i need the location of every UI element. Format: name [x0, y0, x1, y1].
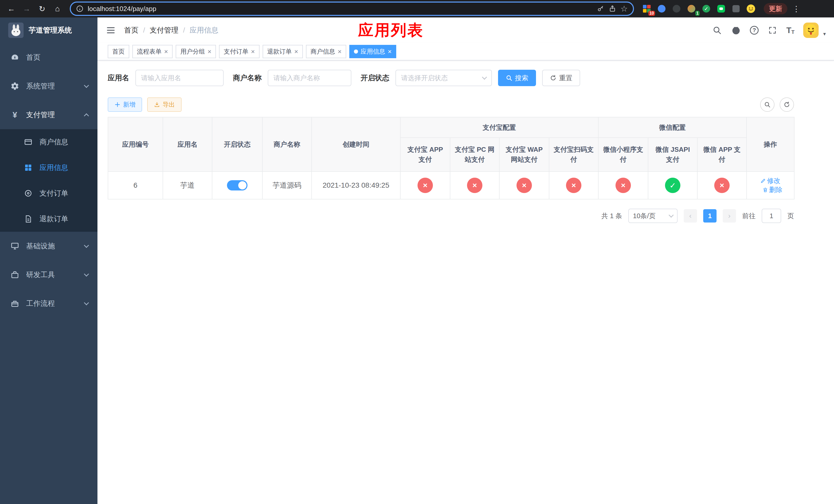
sidebar-item-label: 系统管理: [26, 81, 55, 91]
browser-menu-icon[interactable]: ⋮: [792, 4, 800, 13]
chevron-down-icon: [84, 243, 89, 248]
user-avatar[interactable]: [803, 23, 819, 38]
tab-close-icon[interactable]: ×: [338, 48, 342, 55]
sidebar-item-merchant-info[interactable]: 商户信息: [0, 129, 97, 155]
password-key-icon[interactable]: [597, 5, 605, 13]
monitor-icon: [10, 242, 20, 251]
edit-link[interactable]: 修改: [761, 176, 781, 185]
extension-avatar-icon[interactable]: 1: [687, 4, 696, 13]
extension-puzzle-icon[interactable]: [731, 4, 741, 13]
filter-form: 应用名 商户名称 开启状态 请选择开启状态 搜索 重置: [97, 61, 834, 86]
tab-close-icon[interactable]: ×: [294, 48, 298, 55]
app-table: 应用编号 应用名 开启状态 商户名称 创建时间 支付宝配置 微信配置 操作 支付…: [108, 117, 794, 200]
tab-home[interactable]: 首页: [108, 45, 129, 58]
sidebar-item-home[interactable]: 首页: [0, 43, 97, 72]
page-size-select[interactable]: 10条/页: [628, 209, 678, 223]
tab-merchant-info[interactable]: 商户信息 ×: [306, 45, 346, 58]
tab-user-group[interactable]: 用户分组 ×: [176, 45, 216, 58]
status-toggle[interactable]: [227, 180, 247, 190]
refresh-icon: [784, 101, 790, 108]
credit-card-icon: [24, 137, 33, 147]
home-icon[interactable]: ⌂: [50, 2, 65, 16]
chevron-down-icon: [84, 272, 89, 277]
search-button[interactable]: 搜索: [498, 70, 536, 86]
check-glyph: ✓: [702, 5, 710, 13]
breadcrumb: 首页 / 支付管理 / 应用信息: [124, 25, 219, 35]
tab-close-icon[interactable]: ×: [207, 48, 211, 55]
sidebar-item-infrastructure[interactable]: 基础设施: [0, 232, 97, 260]
current-page-button[interactable]: 1: [703, 209, 717, 223]
status-select[interactable]: 请选择开启状态: [395, 70, 492, 86]
reset-button[interactable]: 重置: [542, 70, 580, 86]
sidebar-item-devtools[interactable]: 研发工具: [0, 260, 97, 289]
yen-icon: ¥: [10, 110, 20, 119]
sidebar-item-pay-order[interactable]: 支付订单: [0, 181, 97, 206]
github-icon[interactable]: [731, 25, 741, 36]
data-table-wrap: 应用编号 应用名 开启状态 商户名称 创建时间 支付宝配置 微信配置 操作 支付…: [97, 112, 834, 200]
app-name-input[interactable]: [135, 70, 224, 86]
avatar-caret-icon[interactable]: ▾: [823, 31, 826, 37]
forward-icon[interactable]: →: [20, 2, 34, 16]
tab-label: 用户分组: [180, 47, 205, 55]
extension-check-icon[interactable]: ✓: [702, 4, 711, 13]
extensions-grid-icon[interactable]: 10: [642, 4, 652, 13]
tab-close-icon[interactable]: ×: [251, 48, 255, 55]
tab-app-info[interactable]: 应用信息 ×: [349, 45, 396, 58]
cell-wx-jsapi: ✓: [648, 171, 697, 199]
pagination: 共 1 条 10条/页 ‹ 1 › 前往 页: [97, 200, 804, 223]
sidebar-item-app-info[interactable]: 应用信息: [0, 155, 97, 181]
breadcrumb-pay[interactable]: 支付管理: [150, 25, 178, 35]
sidebar-toggle-icon[interactable]: [106, 25, 116, 36]
sidebar-item-workflow[interactable]: 工作流程: [0, 289, 97, 318]
goto-page-input[interactable]: [762, 209, 781, 223]
url-bar[interactable]: localhost:1024/pay/app ☆: [70, 2, 634, 16]
tab-pay-order[interactable]: 支付订单 ×: [219, 45, 259, 58]
cell-alipay-app: ×: [400, 171, 450, 199]
bookmark-star-icon[interactable]: ☆: [620, 4, 628, 14]
back-icon[interactable]: ←: [4, 2, 19, 16]
browser-update-button[interactable]: 更新: [764, 3, 787, 14]
site-info-icon[interactable]: [76, 5, 84, 13]
share-icon[interactable]: [609, 5, 616, 13]
tab-close-icon[interactable]: ×: [388, 48, 392, 55]
sidebar-logo[interactable]: 芋道管理系统: [0, 18, 97, 43]
page-size-value: 10条/页: [633, 211, 656, 221]
pencil-icon: [761, 178, 766, 184]
sidebar-item-refund-order[interactable]: 退款订单: [0, 206, 97, 232]
search-icon[interactable]: [712, 25, 722, 36]
disabled-icon: ×: [418, 178, 433, 193]
delete-link[interactable]: 删除: [763, 185, 783, 194]
reload-icon[interactable]: ↻: [35, 2, 49, 16]
avatar-glyph: [687, 5, 695, 13]
sidebar-item-label: 首页: [26, 52, 41, 62]
pagination-total: 共 1 条: [601, 211, 622, 221]
main-panel: 首页 / 支付管理 / 应用信息 应用列表 ?: [97, 18, 834, 504]
col-status: 开启状态: [212, 117, 262, 171]
next-page-button[interactable]: ›: [723, 209, 736, 223]
help-icon[interactable]: ?: [750, 26, 759, 35]
refresh-table-button[interactable]: [780, 97, 794, 112]
profile-avatar-icon[interactable]: [746, 4, 755, 13]
extension-drop-icon[interactable]: [657, 4, 666, 13]
cell-alipay-pc: ×: [450, 171, 499, 199]
tab-process-form[interactable]: 流程表单 ×: [132, 45, 173, 58]
extension-chat-icon[interactable]: [717, 4, 726, 13]
tab-refund-order[interactable]: 退款订单 ×: [263, 45, 303, 58]
extension-dark-icon[interactable]: [672, 4, 681, 13]
table-toolbar: 新增 导出: [97, 86, 804, 112]
add-button[interactable]: 新增: [108, 97, 142, 112]
sidebar-item-label: 商户信息: [40, 137, 68, 147]
plus-icon: [114, 101, 120, 108]
show-search-button[interactable]: [760, 97, 774, 112]
sidebar-item-pay[interactable]: ¥ 支付管理: [0, 100, 97, 129]
col-wx-jsapi: 微信 JSAPI 支付: [648, 138, 697, 171]
sidebar-item-system[interactable]: 系统管理: [0, 72, 97, 100]
merchant-name-input[interactable]: [268, 70, 351, 86]
prev-page-button[interactable]: ‹: [684, 209, 697, 223]
extension-badge: 10: [648, 11, 655, 16]
tab-close-icon[interactable]: ×: [164, 48, 168, 55]
font-size-icon[interactable]: TT: [786, 26, 794, 35]
breadcrumb-home[interactable]: 首页: [124, 25, 138, 35]
export-button[interactable]: 导出: [147, 97, 181, 112]
fullscreen-icon[interactable]: [767, 25, 777, 36]
